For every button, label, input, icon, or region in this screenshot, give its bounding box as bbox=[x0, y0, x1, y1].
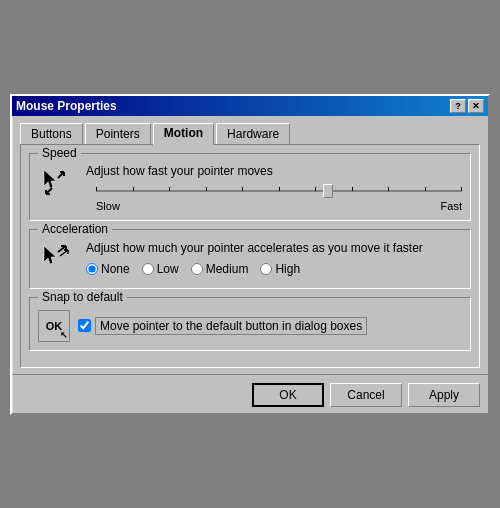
speed-labels: Slow Fast bbox=[86, 200, 462, 212]
snap-checkbox-label: Move pointer to the default button in di… bbox=[95, 317, 367, 335]
radio-high-input[interactable] bbox=[260, 263, 272, 275]
radio-none[interactable]: None bbox=[86, 262, 130, 276]
title-bar: Mouse Properties ? ✕ bbox=[12, 96, 488, 116]
radio-high[interactable]: High bbox=[260, 262, 300, 276]
radio-medium-label: Medium bbox=[206, 262, 249, 276]
slider-line bbox=[96, 190, 462, 192]
snap-section-label: Snap to default bbox=[38, 290, 127, 304]
tabs-row: Buttons Pointers Motion Hardware bbox=[20, 123, 480, 145]
cursor-icon: ↖ bbox=[60, 330, 68, 340]
radio-none-input[interactable] bbox=[86, 263, 98, 275]
dialog-window: Mouse Properties ? ✕ Buttons Pointers Mo… bbox=[10, 94, 490, 415]
button-row: OK Cancel Apply bbox=[12, 374, 488, 413]
ok-label: OK bbox=[279, 388, 296, 402]
speed-section-label: Speed bbox=[38, 146, 81, 160]
slow-label: Slow bbox=[96, 200, 120, 212]
snap-section: Snap to default OK ↖ Move pointer to the… bbox=[29, 297, 471, 351]
radio-low-label: Low bbox=[157, 262, 179, 276]
speed-description: Adjust how fast your pointer moves bbox=[86, 164, 462, 178]
window-title: Mouse Properties bbox=[16, 99, 117, 113]
radio-high-label: High bbox=[275, 262, 300, 276]
svg-line-11 bbox=[60, 250, 68, 256]
speed-content: Adjust how fast your pointer moves bbox=[86, 164, 462, 212]
acceleration-section-inner: Adjust how much your pointer accelerates… bbox=[38, 240, 462, 280]
acceleration-section-label: Acceleration bbox=[38, 222, 112, 236]
slider-ticks bbox=[96, 187, 462, 191]
speed-section: Speed bbox=[29, 153, 471, 221]
svg-marker-7 bbox=[44, 246, 56, 264]
radio-medium[interactable]: Medium bbox=[191, 262, 249, 276]
snap-inner: OK ↖ Move pointer to the default button … bbox=[38, 310, 462, 342]
fast-label: Fast bbox=[441, 200, 462, 212]
speed-slider-track[interactable] bbox=[96, 184, 462, 198]
dialog-content: Buttons Pointers Motion Hardware Speed bbox=[12, 116, 488, 374]
acceleration-section: Acceleration Ad bbox=[29, 229, 471, 289]
speed-slider-thumb[interactable] bbox=[323, 184, 333, 198]
help-button[interactable]: ? bbox=[450, 99, 466, 113]
radio-none-label: None bbox=[101, 262, 130, 276]
radio-low-input[interactable] bbox=[142, 263, 154, 275]
speed-slider-container bbox=[86, 184, 462, 198]
radio-row: None Low Medium bbox=[86, 262, 462, 276]
ok-button[interactable]: OK bbox=[252, 383, 324, 407]
tab-panel-motion: Speed bbox=[20, 144, 480, 368]
title-bar-buttons: ? ✕ bbox=[450, 99, 484, 113]
apply-button[interactable]: Apply bbox=[408, 383, 480, 407]
svg-marker-0 bbox=[44, 170, 56, 188]
radio-low[interactable]: Low bbox=[142, 262, 179, 276]
cancel-label: Cancel bbox=[347, 388, 384, 402]
snap-checkbox[interactable] bbox=[78, 319, 91, 332]
apply-label: Apply bbox=[429, 388, 459, 402]
accel-content: Adjust how much your pointer accelerates… bbox=[86, 240, 462, 277]
tab-motion[interactable]: Motion bbox=[153, 123, 214, 145]
accel-mouse-icon bbox=[38, 240, 78, 280]
close-button[interactable]: ✕ bbox=[468, 99, 484, 113]
snap-ok-icon: OK ↖ bbox=[38, 310, 70, 342]
tab-pointers[interactable]: Pointers bbox=[85, 123, 151, 145]
tab-buttons[interactable]: Buttons bbox=[20, 123, 83, 145]
snap-checkbox-row[interactable]: Move pointer to the default button in di… bbox=[78, 317, 367, 335]
radio-medium-input[interactable] bbox=[191, 263, 203, 275]
accel-description: Adjust how much your pointer accelerates… bbox=[86, 240, 462, 257]
speed-section-inner: Adjust how fast your pointer moves bbox=[38, 164, 462, 212]
speed-mouse-icon bbox=[38, 164, 78, 204]
cancel-button[interactable]: Cancel bbox=[330, 383, 402, 407]
tab-hardware[interactable]: Hardware bbox=[216, 123, 290, 145]
